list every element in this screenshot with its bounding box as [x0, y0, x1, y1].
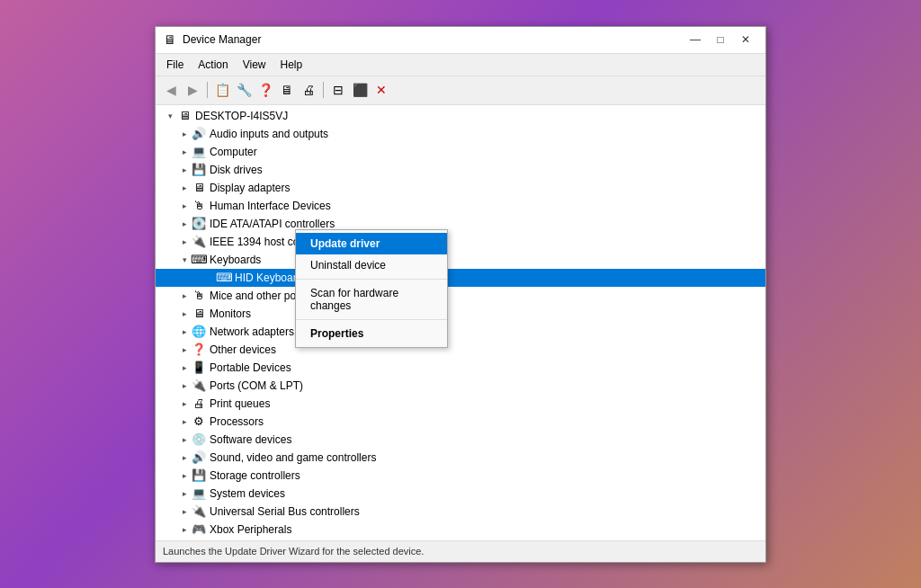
item-label: Portable Devices — [210, 361, 291, 374]
context-menu: Update driver Uninstall device Scan for … — [295, 229, 448, 348]
item-label: Universal Serial Bus controllers — [210, 505, 360, 518]
menu-view[interactable]: View — [236, 56, 273, 74]
minimize-button[interactable]: — — [683, 31, 708, 49]
expand-icon[interactable] — [177, 396, 192, 411]
expand-icon[interactable] — [177, 486, 192, 501]
disable-button[interactable]: ⊟ — [328, 80, 348, 100]
maximize-button[interactable]: □ — [708, 31, 733, 49]
delete-button[interactable]: ✕ — [371, 80, 391, 100]
scan-hardware-button[interactable]: 🖥 — [277, 80, 297, 100]
list-item[interactable]: 🔌 Universal Serial Bus controllers — [156, 503, 765, 521]
item-label: Audio inputs and outputs — [210, 128, 328, 140]
item-icon: 🖥 — [192, 307, 206, 321]
forward-button[interactable]: ▶ — [183, 80, 202, 100]
uninstall-button[interactable]: ⬛ — [350, 80, 370, 100]
list-item[interactable]: 🖱 Human Interface Devices — [156, 197, 765, 215]
item-label: Computer — [210, 146, 257, 158]
toolbar: ◀ ▶ 📋 🔧 ❓ 🖥 🖨 ⊟ ⬛ ✕ — [156, 76, 765, 105]
hid-keyboard-item[interactable]: ⌨ HID Keyboard Device — [156, 269, 765, 287]
root-expand-icon[interactable] — [163, 109, 177, 123]
ctx-uninstall-device[interactable]: Uninstall device — [296, 254, 447, 276]
device-manager-window: 🖥 Device Manager — □ ✕ File Action View … — [155, 26, 766, 563]
help-button[interactable]: ❓ — [255, 80, 275, 100]
expand-icon[interactable] — [177, 325, 192, 339]
menu-help[interactable]: Help — [273, 56, 310, 74]
item-icon: 🔌 — [192, 379, 206, 393]
expand-icon[interactable] — [177, 163, 192, 177]
window-controls: — □ ✕ — [683, 31, 758, 49]
expand-icon[interactable] — [177, 468, 192, 483]
item-icon: 🖨 — [192, 396, 206, 411]
list-item[interactable]: 💻 System devices — [156, 485, 765, 503]
item-label: IDE ATA/ATAPI controllers — [210, 218, 335, 230]
update-driver-button[interactable]: 🔧 — [234, 80, 254, 100]
expand-icon[interactable] — [177, 379, 192, 393]
list-item[interactable]: 🔊 Sound, video and game controllers — [156, 449, 765, 467]
item-icon: 🖱 — [192, 289, 206, 303]
expand-icon[interactable] — [177, 181, 192, 195]
content-area: 🖥 DESKTOP-I4IS5VJ 🔊 Audio inputs and out… — [156, 105, 765, 540]
list-item[interactable]: ⚙ Processors — [156, 413, 765, 431]
list-item[interactable]: 🔌 IEEE 1394 host controllers — [156, 233, 765, 251]
expand-icon[interactable] — [177, 432, 192, 447]
list-item[interactable]: ⌨ Keyboards — [156, 251, 765, 269]
item-icon: 🔌 — [192, 235, 206, 249]
item-icon: 🌐 — [192, 325, 206, 339]
item-icon: 🖱 — [192, 199, 206, 213]
item-icon: ⌨ — [192, 253, 206, 267]
item-icon: 📱 — [192, 361, 206, 375]
expand-icon[interactable] — [177, 361, 192, 375]
status-text: Launches the Update Driver Wizard for th… — [163, 546, 424, 557]
expand-icon[interactable] — [177, 145, 192, 159]
expand-icon[interactable] — [177, 199, 192, 213]
ctx-properties[interactable]: Properties — [296, 323, 447, 344]
menu-action[interactable]: Action — [191, 56, 235, 74]
device-tree[interactable]: 🖥 DESKTOP-I4IS5VJ 🔊 Audio inputs and out… — [156, 105, 765, 540]
item-label: Processors — [210, 415, 264, 428]
expand-icon[interactable] — [177, 504, 192, 519]
expand-icon[interactable] — [177, 307, 192, 321]
expand-icon[interactable] — [177, 343, 192, 357]
list-item[interactable]: 🖱 Mice and other pointing devices — [156, 287, 765, 305]
item-label: System devices — [210, 487, 285, 500]
expand-icon[interactable] — [177, 522, 192, 537]
print-button[interactable]: 🖨 — [299, 80, 318, 100]
list-item[interactable]: ❓ Other devices — [156, 341, 765, 359]
tree-root[interactable]: 🖥 DESKTOP-I4IS5VJ — [156, 107, 765, 125]
list-item[interactable]: 📱 Portable Devices — [156, 359, 765, 377]
ctx-update-driver[interactable]: Update driver — [296, 233, 447, 254]
list-item[interactable]: 🖨 Print queues — [156, 395, 765, 413]
status-bar: Launches the Update Driver Wizard for th… — [156, 540, 765, 562]
root-label: DESKTOP-I4IS5VJ — [195, 110, 288, 122]
toolbar-sep-2 — [323, 82, 324, 98]
list-item[interactable]: 🌐 Network adapters — [156, 323, 765, 341]
menu-file[interactable]: File — [159, 56, 191, 74]
item-label: Ports (COM & LPT) — [210, 379, 303, 392]
item-icon: ⌨ — [217, 271, 231, 285]
list-item[interactable]: 🔊 Audio inputs and outputs — [156, 125, 765, 143]
list-item[interactable]: 💾 Disk drives — [156, 161, 765, 179]
properties-button[interactable]: 📋 — [212, 80, 232, 100]
list-item[interactable]: 🔌 Ports (COM & LPT) — [156, 377, 765, 395]
expand-icon[interactable] — [177, 235, 192, 249]
item-icon: 💽 — [192, 217, 206, 231]
item-icon: 🔌 — [192, 504, 206, 519]
close-button[interactable]: ✕ — [733, 31, 758, 49]
list-item[interactable]: 💿 Software devices — [156, 431, 765, 449]
list-item[interactable]: 💽 IDE ATA/ATAPI controllers — [156, 215, 765, 233]
expand-icon[interactable] — [177, 289, 192, 303]
list-item[interactable]: 🖥 Display adapters — [156, 179, 765, 197]
ctx-sep-1 — [296, 279, 447, 280]
expand-icon[interactable] — [177, 450, 192, 465]
expand-icon[interactable] — [177, 127, 192, 141]
back-button[interactable]: ◀ — [161, 80, 181, 100]
item-icon: 💿 — [192, 432, 206, 447]
list-item[interactable]: 💻 Computer — [156, 143, 765, 161]
list-item[interactable]: 🎮 Xbox Peripherals — [156, 521, 765, 539]
ctx-scan-hardware[interactable]: Scan for hardware changes — [296, 282, 447, 316]
expand-icon[interactable] — [177, 217, 192, 231]
item-icon: 💻 — [192, 486, 206, 501]
list-item[interactable]: 💾 Storage controllers — [156, 467, 765, 485]
expand-icon[interactable] — [177, 414, 192, 429]
list-item[interactable]: 🖥 Monitors — [156, 305, 765, 323]
